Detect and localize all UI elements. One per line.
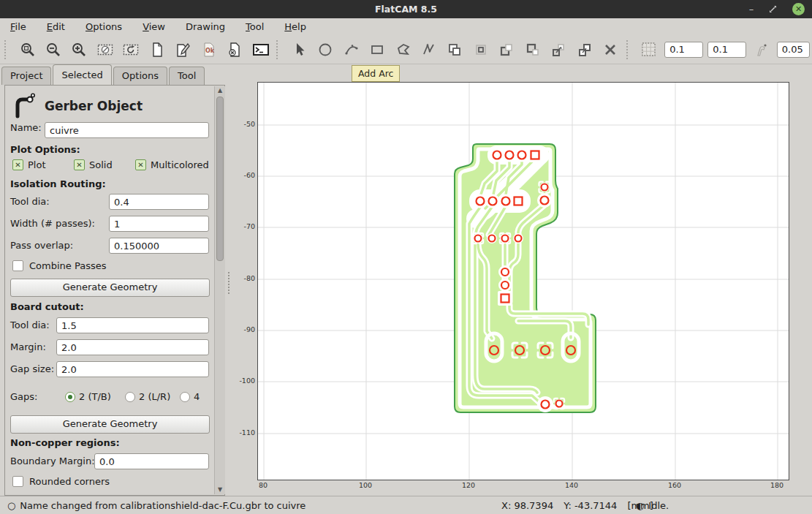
add-path-button[interactable]	[416, 38, 441, 61]
clear-plot-button[interactable]	[92, 38, 118, 61]
toolbar-handle[interactable]	[626, 40, 634, 59]
status-coordinates: X: 98.7394 Y: -43.7144 [mm]	[501, 500, 653, 511]
cutout-tool-dia-input[interactable]	[56, 317, 209, 333]
panel-scrollbar-thumb[interactable]	[216, 97, 224, 261]
gaps-radio-lr-circle[interactable]	[125, 392, 135, 402]
margin-row: Margin:	[10, 341, 46, 352]
margin-input[interactable]	[56, 339, 209, 355]
grid-x-field-wrap	[664, 42, 703, 58]
shell-button[interactable]	[248, 38, 273, 61]
y-tick-label: -60	[235, 171, 255, 179]
zoom-in-button[interactable]	[67, 38, 92, 61]
intersection-button[interactable]	[468, 38, 493, 61]
gaps-radio-4[interactable]: 4	[180, 391, 200, 402]
name-row: Name:	[10, 122, 42, 133]
name-label: Name:	[10, 122, 42, 133]
delete-x-icon	[602, 42, 618, 58]
grid-x-input[interactable]	[664, 42, 703, 58]
generate-isolation-button[interactable]: Generate Geometry	[10, 279, 210, 297]
add-polygon-button[interactable]	[390, 38, 416, 61]
rectangle-icon	[369, 42, 385, 58]
snap-max-input[interactable]	[777, 42, 810, 58]
maximize-button[interactable]	[769, 5, 781, 13]
zoom-fit-button[interactable]	[15, 38, 40, 61]
replot-button[interactable]	[118, 38, 144, 61]
tab-tool[interactable]: Tool	[169, 67, 205, 85]
status-state: Idle.	[648, 500, 669, 511]
union-button[interactable]	[442, 38, 468, 61]
menu-bar: File Edit Options View Drawing Tool Help	[0, 18, 812, 35]
menu-edit[interactable]: Edit	[47, 21, 65, 32]
snap-grid-toggle[interactable]	[637, 38, 662, 61]
rounded-corners-checkbox[interactable]: Rounded corners	[12, 476, 110, 487]
close-button[interactable]: ✕	[792, 3, 805, 15]
edit-file-button[interactable]	[170, 38, 196, 61]
rounded-corners-checkbox-box[interactable]	[12, 476, 23, 487]
menu-help[interactable]: Help	[284, 21, 306, 32]
y-tick-label: -80	[235, 274, 255, 282]
plot-checkbox[interactable]: ✕ Plot	[12, 159, 46, 170]
delete-file-button[interactable]	[221, 38, 247, 61]
select-tool-button[interactable]	[287, 38, 312, 61]
width-passes-input[interactable]	[109, 216, 209, 232]
cut-path-button[interactable]	[520, 38, 545, 61]
pass-overlap-input[interactable]	[109, 238, 209, 254]
gap-size-input[interactable]	[56, 361, 209, 377]
delete-shape-button[interactable]	[597, 38, 623, 61]
circle-icon	[317, 42, 333, 58]
multicolored-checkbox[interactable]: ✕ Multicolored	[135, 159, 209, 170]
solid-checkbox-box[interactable]: ✕	[74, 159, 85, 170]
generate-cutout-button[interactable]: Generate Geometry	[10, 415, 210, 434]
save-ok-button[interactable]: Ok	[196, 38, 221, 61]
gaps-radio-tb[interactable]: 2 (T/B)	[65, 391, 111, 402]
boundary-margin-input[interactable]	[94, 453, 209, 469]
copy-objects-button[interactable]	[572, 38, 597, 61]
tab-project[interactable]: Project	[1, 67, 51, 85]
splitter-handle[interactable]	[228, 272, 229, 294]
zoom-out-button[interactable]	[40, 38, 66, 61]
panel-scrollbar[interactable]: ▲ ▼	[214, 86, 225, 494]
menu-view[interactable]: View	[143, 21, 165, 32]
minimize-button[interactable]: –	[745, 0, 757, 18]
new-file-button[interactable]	[144, 38, 170, 61]
status-message-icon: ○	[7, 500, 15, 511]
move-objects-button[interactable]	[546, 38, 572, 61]
gaps-radio-4-circle[interactable]	[180, 392, 190, 402]
tab-selected[interactable]: Selected	[53, 64, 111, 85]
width-passes-label: Width (# passes):	[10, 218, 95, 229]
menu-drawing[interactable]: Drawing	[186, 21, 225, 32]
gaps-radio-lr[interactable]: 2 (L/R)	[125, 391, 170, 402]
grid-y-input[interactable]	[707, 42, 746, 58]
add-arc-button[interactable]	[338, 38, 364, 61]
solid-checkbox[interactable]: ✕ Solid	[74, 159, 113, 170]
menu-options[interactable]: Options	[86, 21, 122, 32]
delete-file-icon	[227, 42, 243, 58]
tool-dia-input[interactable]	[109, 194, 209, 210]
title-bar: FlatCAM 8.5 – ✕	[0, 0, 812, 18]
new-file-icon	[149, 42, 165, 58]
y-tick-label: -100	[235, 377, 255, 385]
zoom-fit-icon	[20, 42, 36, 58]
gaps-radio-tb-circle[interactable]	[65, 392, 75, 402]
plot-canvas[interactable]	[257, 82, 789, 480]
corner-snap-magnet-icon	[753, 41, 770, 58]
combine-passes-checkbox-box[interactable]	[12, 260, 23, 271]
add-circle-button[interactable]	[313, 38, 338, 61]
scroll-down-arrow[interactable]: ▼	[215, 485, 225, 494]
corner-snap-toggle[interactable]	[748, 38, 774, 61]
scroll-up-arrow[interactable]: ▲	[215, 86, 225, 95]
gaps-radio-lr-label: 2 (L/R)	[139, 391, 170, 402]
multicolored-checkbox-box[interactable]: ✕	[135, 159, 146, 170]
toolbar-handle[interactable]	[276, 40, 284, 59]
y-tick-label: -50	[235, 120, 255, 128]
subtract-button[interactable]	[494, 38, 520, 61]
tab-options[interactable]: Options	[113, 67, 167, 85]
menu-file[interactable]: File	[10, 21, 26, 32]
plot-checkbox-box[interactable]: ✕	[12, 159, 23, 170]
toolbar-handle[interactable]	[4, 40, 12, 59]
add-rectangle-button[interactable]	[364, 38, 390, 61]
pcb-board	[455, 144, 596, 412]
combine-passes-checkbox[interactable]: Combine Passes	[12, 260, 106, 271]
name-input[interactable]	[45, 122, 209, 138]
menu-tool[interactable]: Tool	[246, 21, 264, 32]
